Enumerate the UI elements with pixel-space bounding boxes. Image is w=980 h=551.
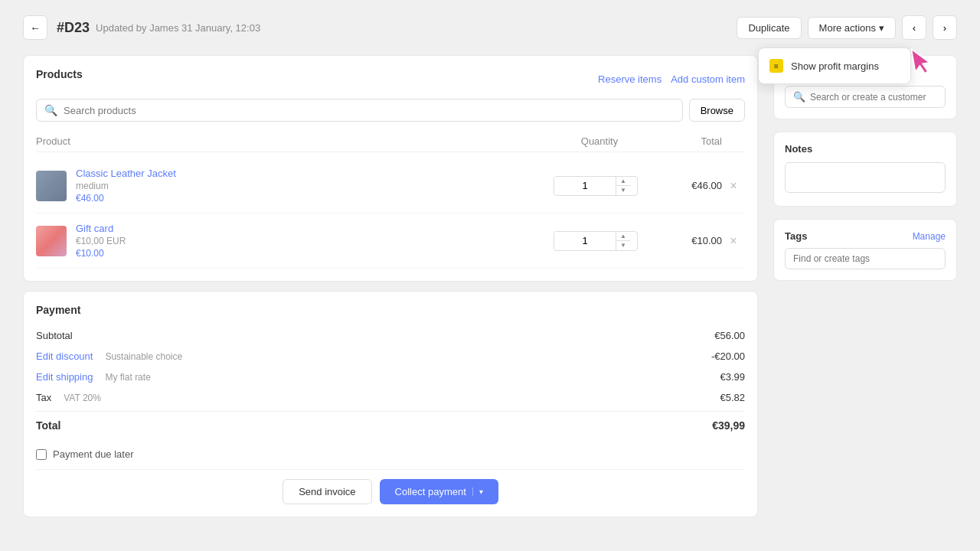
product-info: Classic Leather Jacket medium €46.00 [76,168,554,204]
table-row: Gift card €10,00 EUR €10.00 ▲ ▼ [36,214,745,269]
product-name[interactable]: Gift card [76,223,554,234]
chevron-left-icon: ‹ [913,22,916,34]
quantity-input[interactable]: ▲ ▼ [554,176,638,196]
total-row: Total €39,99 [36,411,745,439]
tags-title: Tags [785,230,807,242]
quantity-cell: ▲ ▼ [554,231,645,251]
payment-due-row: Payment due later [36,439,745,469]
customer-search-icon: 🔍 [793,91,805,103]
products-card-header: Products Reserve items Add custom item [36,68,745,90]
products-card: Products Reserve items Add custom item 🔍… [23,55,758,282]
collect-payment-arrow[interactable]: ▾ [472,487,483,496]
main-content: Products Reserve items Add custom item 🔍… [23,55,957,536]
payment-title: Payment [36,304,745,316]
more-actions-button[interactable]: More actions ▾ [808,17,896,39]
tags-card: Tags Manage [773,219,957,281]
shipping-name: My flat rate [105,372,720,383]
duplicate-button[interactable]: Duplicate [737,17,801,39]
search-products-input[interactable] [64,105,675,116]
subtotal-row: Subtotal €56.00 [36,325,745,346]
product-name[interactable]: Classic Leather Jacket [76,168,554,179]
qty-up-arrow[interactable]: ▲ [616,232,630,241]
tax-name: VAT 20% [64,393,720,403]
product-search-row: 🔍 Browse [36,99,745,122]
customer-search-input[interactable] [810,92,937,103]
subtotal-value: €56.00 [714,330,745,341]
quantity-input[interactable]: ▲ ▼ [554,231,638,251]
remove-product-button[interactable]: × [722,234,745,248]
edit-shipping-link[interactable]: Edit shipping [36,371,93,383]
table-row: Classic Leather Jacket medium €46.00 ▲ ▼ [36,158,745,214]
notes-card: Notes [773,132,957,207]
notes-textarea[interactable] [785,162,946,193]
product-variant: €10,00 EUR [76,236,554,246]
add-custom-item-link[interactable]: Add custom item [671,73,745,85]
shipping-value: €3.99 [720,371,745,383]
discount-value: -€20.00 [711,350,745,362]
product-image [36,226,67,256]
qty-arrows: ▲ ▼ [616,177,630,195]
table-headers: Product Quantity Total [36,131,745,152]
right-panel: Customer 🔍 Notes Tags Manage [773,55,957,536]
back-icon: ← [30,22,40,34]
products-actions: Reserve items Add custom item [598,73,745,85]
product-variant: medium [76,181,554,191]
shipping-row: Edit shipping My flat rate €3.99 [36,367,745,387]
header: ← #D23 Updated by James 31 January, 12:0… [23,15,957,40]
qty-down-arrow[interactable]: ▼ [616,186,630,195]
edit-discount-link[interactable]: Edit discount [36,350,93,362]
card-footer: Send invoice Collect payment ▾ [36,469,745,504]
tax-label: Tax [36,392,51,403]
product-price: €46.00 [76,193,554,204]
total-label: Total [36,419,60,432]
reserve-items-link[interactable]: Reserve items [598,73,662,85]
product-price: €10.00 [76,248,554,259]
qty-arrows: ▲ ▼ [616,232,630,250]
product-info: Gift card €10,00 EUR €10.00 [76,223,554,259]
product-total: €46.00 [645,180,722,191]
product-image [36,171,67,201]
collect-payment-label: Collect payment [395,486,466,497]
tags-header: Tags Manage [785,230,946,242]
send-invoice-button[interactable]: Send invoice [283,479,371,504]
remove-product-button[interactable]: × [722,179,745,193]
col-quantity-header: Quantity [554,135,645,147]
qty-field[interactable] [554,232,616,249]
qty-field[interactable] [554,177,616,194]
collect-payment-button[interactable]: Collect payment ▾ [380,479,498,504]
tags-search-input[interactable] [793,253,937,264]
search-icon: 🔍 [44,104,57,116]
more-actions-label: More actions [819,22,876,34]
payment-card: Payment Subtotal €56.00 Edit discount Su… [23,291,758,517]
product-total: €10.00 [645,235,722,246]
qty-up-arrow[interactable]: ▲ [616,177,630,186]
header-actions: Duplicate More actions ▾ ‹ › ≡ Show prof… [737,15,957,40]
discount-row: Edit discount Sustainable choice -€20.00 [36,346,745,367]
qty-down-arrow[interactable]: ▼ [616,241,630,250]
product-search-box: 🔍 [36,99,683,122]
products-title: Products [36,68,83,80]
more-actions-arrow: ▾ [879,22,884,34]
order-updated: Updated by James 31 January, 12:03 [96,22,260,34]
left-panel: Products Reserve items Add custom item 🔍… [23,55,758,536]
total-value: €39,99 [712,419,745,432]
col-total-header: Total [645,135,722,147]
back-button[interactable]: ← [23,15,47,40]
col-product-header: Product [36,135,554,147]
payment-due-label: Payment due later [53,448,134,460]
show-profit-margins-label: Show profit margins [791,60,879,72]
discount-name: Sustainable choice [105,351,710,362]
tax-row: Tax VAT 20% €5.82 [36,387,745,408]
more-actions-dropdown: ≡ Show profit margins [758,47,911,84]
notes-title: Notes [785,143,946,155]
nav-next-button[interactable]: › [933,15,957,40]
show-profit-margins-item[interactable]: ≡ Show profit margins [759,53,910,79]
chevron-right-icon: › [943,22,946,34]
profit-margins-icon: ≡ [769,59,783,73]
nav-prev-button[interactable]: ‹ [902,15,926,40]
manage-tags-link[interactable]: Manage [913,231,946,242]
browse-button[interactable]: Browse [689,99,745,122]
tax-value: €5.82 [720,392,745,403]
order-id: #D23 [57,20,90,36]
payment-due-checkbox[interactable] [36,449,47,460]
